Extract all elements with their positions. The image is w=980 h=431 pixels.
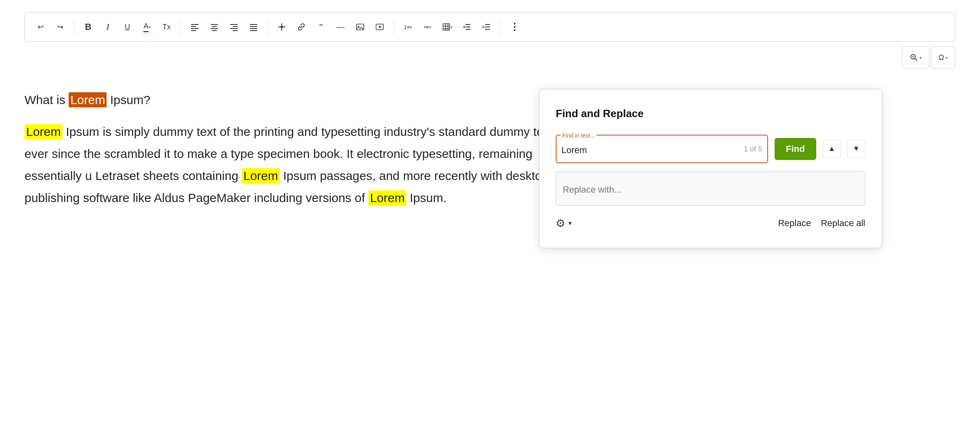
secondary-toolbar: ▾ Ω ▾ [24, 47, 956, 69]
divider-4 [394, 20, 394, 34]
blockquote-button[interactable]: " [312, 18, 330, 36]
image-icon [356, 22, 365, 31]
svg-line-37 [915, 58, 917, 61]
media-button[interactable] [371, 18, 389, 36]
table-chevron: ▾ [450, 25, 452, 29]
svg-rect-30 [466, 29, 470, 30]
content-area: What is Lorem Ipsum? Lorem Ipsum is simp… [24, 89, 555, 209]
unordered-list-button[interactable]: •≡ ▾ [419, 18, 437, 36]
dialog-title: Find and Replace [556, 104, 865, 123]
find-row: Find in text... 1 of 5 Find ▲ ▼ [556, 135, 865, 163]
insert-button[interactable] [273, 18, 291, 36]
divider-5 [500, 20, 501, 34]
svg-rect-4 [211, 24, 218, 25]
link-icon [297, 22, 306, 31]
svg-rect-13 [250, 26, 257, 27]
table-icon [442, 23, 450, 31]
ordered-list-icon: 1≡ [404, 24, 410, 30]
unordered-list-chevron: ▾ [429, 25, 431, 29]
search-group: ▾ [902, 47, 929, 69]
replace-button[interactable]: Replace [778, 218, 811, 229]
paragraph-1-after: Ipsum? [107, 93, 150, 107]
find-input-wrapper: Find in text... 1 of 5 [556, 135, 768, 163]
svg-rect-34 [485, 29, 490, 30]
svg-rect-6 [211, 28, 218, 29]
font-color-button[interactable]: A ▾ [138, 18, 156, 36]
svg-rect-8 [230, 24, 238, 25]
lorem-highlight-orange: Lorem [69, 92, 107, 107]
svg-point-20 [358, 26, 359, 27]
ordered-list-chevron: ▾ [410, 25, 412, 29]
table-button[interactable]: ▾ [438, 18, 456, 36]
lorem-highlight-yellow-2: Lorem [242, 168, 280, 183]
special-char-group: Ω ▾ [931, 47, 956, 69]
replace-input-wrapper [556, 171, 865, 206]
actions-row: ⚙ ▾ Replace Replace all [556, 214, 865, 233]
omega-icon: Ω [939, 53, 944, 62]
undo-button[interactable]: ↩ [31, 18, 49, 36]
find-label: Find in text... [561, 131, 597, 141]
find-counter: 1 of 5 [744, 142, 762, 156]
svg-rect-7 [212, 30, 217, 31]
media-icon [375, 22, 384, 31]
clear-format-button[interactable]: Tx [158, 18, 176, 36]
chevron-down-icon: ▼ [853, 144, 860, 153]
lorem-highlight-yellow-1: Lorem [24, 124, 62, 139]
svg-rect-9 [233, 26, 238, 27]
svg-rect-29 [466, 27, 470, 27]
image-button[interactable] [351, 18, 369, 36]
align-left-icon [190, 22, 199, 31]
svg-rect-0 [191, 24, 198, 25]
main-toolbar: ↩ ↪ B I U A ▾ Tx " — 1≡ ▾ •≡ ▾ [24, 12, 956, 42]
paragraph-1: What is Lorem Ipsum? [24, 89, 555, 111]
underline-button[interactable]: U [118, 18, 136, 36]
font-color-label: A [143, 22, 148, 32]
svg-rect-1 [191, 26, 196, 27]
find-replace-dialog: Find and Replace Find in text... 1 of 5 … [539, 89, 882, 248]
font-color-chevron: ▾ [149, 25, 151, 29]
replace-input[interactable] [563, 184, 858, 195]
chevron-up-icon: ▲ [828, 144, 835, 153]
align-center-button[interactable] [205, 18, 223, 36]
dialog-overlay: Find and Replace Find in text... 1 of 5 … [539, 89, 882, 248]
svg-rect-23 [443, 24, 450, 30]
settings-chevron[interactable]: ▾ [568, 218, 572, 229]
redo-button[interactable]: ↪ [51, 18, 69, 36]
link-button[interactable] [292, 18, 310, 36]
more-options-button[interactable]: ⋮ [506, 18, 523, 36]
svg-rect-28 [466, 24, 470, 25]
special-char-button[interactable]: Ω ▾ [935, 49, 952, 67]
next-match-button[interactable]: ▼ [847, 140, 865, 158]
align-left-button[interactable] [186, 18, 204, 36]
find-input[interactable] [561, 145, 762, 156]
align-center-icon [210, 22, 219, 31]
svg-rect-2 [191, 28, 198, 29]
bold-button[interactable]: B [79, 18, 97, 36]
search-replace-button[interactable]: ▾ [906, 49, 926, 67]
indent-button[interactable] [477, 18, 495, 36]
divider-3 [267, 20, 268, 34]
align-right-button[interactable] [225, 18, 243, 36]
paragraph-2: Lorem Ipsum is simply dummy text of the … [24, 121, 555, 209]
prev-match-button[interactable]: ▲ [823, 140, 841, 158]
divider-1 [74, 20, 74, 34]
svg-marker-31 [463, 26, 465, 28]
svg-rect-12 [250, 24, 257, 25]
paragraph-2-text3: Ipsum. [406, 191, 446, 204]
hr-button[interactable]: — [332, 18, 350, 36]
special-char-chevron: ▾ [946, 56, 948, 60]
svg-rect-3 [191, 30, 196, 31]
outdent-button[interactable] [458, 18, 476, 36]
svg-rect-32 [485, 24, 490, 25]
find-button[interactable]: Find [775, 138, 816, 160]
italic-button[interactable]: I [99, 18, 117, 36]
settings-icon[interactable]: ⚙ [556, 214, 565, 233]
ordered-list-button[interactable]: 1≡ ▾ [399, 18, 417, 36]
replace-all-button[interactable]: Replace all [821, 218, 865, 229]
insert-icon [277, 22, 286, 31]
svg-marker-22 [379, 26, 382, 28]
search-chevron: ▾ [920, 56, 922, 60]
svg-marker-35 [483, 26, 484, 28]
svg-rect-17 [278, 27, 285, 27]
align-justify-button[interactable] [245, 18, 263, 36]
